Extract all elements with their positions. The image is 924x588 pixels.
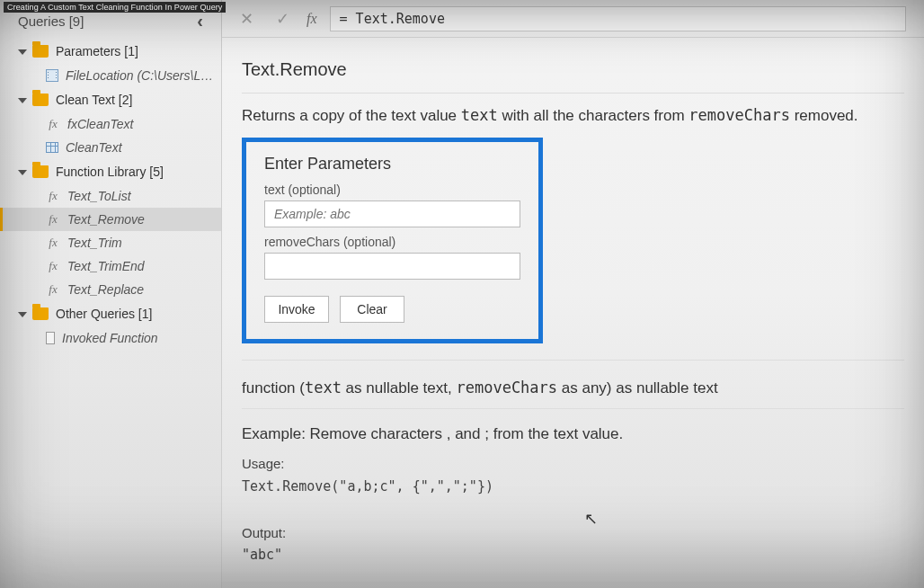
folder-icon — [32, 45, 49, 58]
query-label: Text_Trim — [67, 236, 122, 250]
invoke-button[interactable]: Invoke — [264, 296, 329, 323]
group-label: Other Queries [1] — [56, 307, 152, 321]
param-text-input[interactable] — [264, 200, 520, 227]
function-icon: fx — [46, 236, 60, 250]
function-icon: fx — [46, 212, 60, 227]
usage-label: Usage: — [242, 452, 904, 476]
commit-formula-icon[interactable]: ✓ — [271, 7, 294, 31]
queries-sidebar: Queries [9] ‹ Parameters [1] ⋮⋮ FileLoca… — [0, 0, 222, 588]
parameter-icon: ⋮⋮ — [46, 69, 58, 82]
cancel-formula-icon[interactable]: ✕ — [235, 7, 258, 31]
query-label: Text_ToList — [67, 189, 131, 203]
formula-input[interactable] — [330, 6, 906, 31]
function-icon: fx — [46, 189, 60, 203]
collapse-sidebar-icon[interactable]: ‹ — [190, 11, 210, 31]
folder-icon — [32, 165, 49, 178]
query-text-trimend[interactable]: fx Text_TrimEnd — [0, 254, 221, 278]
query-text-replace[interactable]: fx Text_Replace — [0, 278, 221, 301]
caret-down-icon — [18, 312, 27, 317]
query-label: Invoked Function — [62, 331, 158, 345]
group-label: Clean Text [2] — [56, 93, 132, 107]
usage-code: Text.Remove("a,b;c", {",",";"}) — [242, 476, 904, 499]
video-caption: Creating A Custom Text Cleaning Function… — [4, 2, 226, 13]
query-invoked-function[interactable]: Invoked Function — [0, 326, 221, 350]
query-text-remove[interactable]: fx Text_Remove — [0, 208, 221, 231]
query-label: FileLocation (C:\Users\L… — [66, 68, 213, 83]
folder-icon — [32, 307, 49, 320]
enter-parameters-title: Enter Parameters — [264, 155, 520, 174]
group-clean-text[interactable]: Clean Text [2] — [0, 87, 221, 112]
result-icon — [46, 332, 55, 344]
example-block: Usage: Text.Remove("a,b;c", {",",";"}) O… — [242, 452, 904, 567]
query-text-trim[interactable]: fx Text_Trim — [0, 231, 221, 254]
function-title: Text.Remove — [242, 43, 904, 94]
function-icon: fx — [46, 259, 60, 273]
function-icon: fx — [46, 282, 60, 297]
function-description: Returns a copy of the text value text wi… — [242, 94, 904, 138]
query-label: Text_Replace — [67, 282, 144, 297]
group-function-library[interactable]: Function Library [5] — [0, 159, 221, 184]
param-removechars-label: removeChars (optional) — [264, 235, 520, 249]
query-label: fxCleanText — [67, 117, 133, 131]
function-signature: function (text as nullable text, removeC… — [242, 360, 904, 408]
output-label: Output: — [242, 521, 904, 545]
enter-parameters-panel: Enter Parameters text (optional) removeC… — [242, 138, 543, 343]
group-label: Parameters [1] — [56, 44, 138, 58]
group-parameters[interactable]: Parameters [1] — [0, 39, 221, 64]
table-icon — [46, 142, 58, 153]
formula-bar: ✕ ✓ fx — [222, 0, 924, 38]
param-removechars-input[interactable] — [264, 253, 520, 280]
clear-button[interactable]: Clear — [340, 296, 404, 323]
caret-down-icon — [18, 170, 27, 175]
query-label: Text_Remove — [67, 212, 145, 227]
caret-down-icon — [18, 98, 27, 103]
queries-title: Queries [9] — [18, 13, 84, 29]
query-cleantext[interactable]: CleanText — [0, 136, 221, 159]
query-text-tolist[interactable]: fx Text_ToList — [0, 184, 221, 208]
param-text-label: text (optional) — [264, 183, 520, 197]
query-label: CleanText — [66, 140, 122, 155]
folder-icon — [32, 94, 49, 106]
function-icon: fx — [46, 117, 60, 131]
query-fxcleantext[interactable]: fx fxCleanText — [0, 112, 221, 136]
main-area: ✕ ✓ fx Text.Remove Returns a copy of the… — [222, 0, 924, 588]
output-code: "abc" — [242, 544, 904, 567]
fx-icon[interactable]: fx — [307, 11, 317, 27]
group-other-queries[interactable]: Other Queries [1] — [0, 301, 221, 326]
group-label: Function Library [5] — [56, 165, 164, 179]
caret-down-icon — [18, 49, 27, 55]
query-filelocation[interactable]: ⋮⋮ FileLocation (C:\Users\L… — [0, 64, 221, 87]
example-title: Example: Remove characters , and ; from … — [242, 408, 904, 452]
query-label: Text_TrimEnd — [67, 259, 145, 273]
